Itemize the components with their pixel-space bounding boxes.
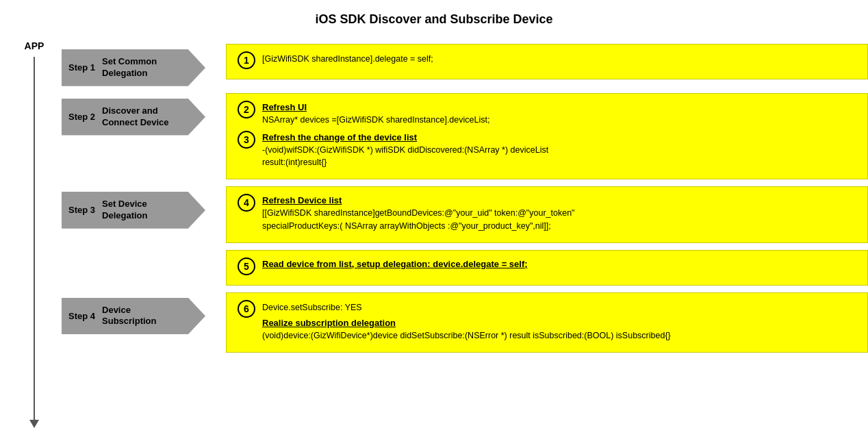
step-1-label: Set CommonDelegation: [102, 56, 157, 79]
step-2-shape: Step 2 Discover andConnect Device: [62, 99, 205, 136]
step-3-shape: Step 3 Set DeviceDelegation: [62, 192, 205, 229]
box-4: 5 Read device from list, setup delegatio…: [219, 250, 868, 286]
item-4-text: Refresh Device list [[GizWifiSDK sharedI…: [262, 194, 856, 233]
item-1: 1 [GizWifiSDK sharedInstance].delegate =…: [238, 51, 856, 69]
step-4-num: Step 4: [68, 311, 95, 321]
item-3-code: -(void)wifSDK:(GizWifiSDK *) wifiSDK did…: [262, 144, 856, 170]
item-4-title: Refresh Device list: [262, 195, 856, 205]
step-3-num: Step 3: [68, 205, 95, 215]
content-box-2: 2 Refresh UI NSArray* devices =[GizWifiS…: [226, 93, 868, 179]
item-2-text: Refresh UI NSArray* devices =[GizWifiSDK…: [262, 101, 856, 127]
item-5-title: Read device from list, setup delegation:…: [262, 259, 856, 269]
row-1: Step 1 Set CommonDelegation 1 [GizWifiSD…: [62, 44, 868, 86]
circle-4: 4: [238, 194, 255, 212]
circle-2: 2: [238, 101, 255, 118]
step-4-container: Step 4 DeviceSubscription: [62, 292, 219, 335]
row-5: Step 4 DeviceSubscription 6 Device.setSu…: [62, 292, 868, 353]
row-2: Step 2 Discover andConnect Device 2 Refr…: [62, 93, 868, 179]
item-3: 3 Refresh the change of the device list …: [238, 131, 856, 170]
timeline-column: APP: [14, 40, 55, 428]
item-2-title: Refresh UI: [262, 102, 856, 112]
item-5: 5 Read device from list, setup delegatio…: [238, 257, 856, 275]
item-6-subtitle-container: Realize subscription delegation (void)de…: [262, 318, 856, 342]
item-3-text: Refresh the change of the device list -(…: [262, 131, 856, 170]
item-3-title: Refresh the change of the device list: [262, 132, 856, 142]
item-5-text: Read device from list, setup delegation:…: [262, 257, 856, 270]
app-label: APP: [25, 40, 44, 51]
row-3: Step 3 Set DeviceDelegation 4 Refresh De…: [62, 186, 868, 243]
step-4-spacer: [62, 250, 219, 255]
page-title: iOS SDK Discover and Subscribe Device: [0, 0, 868, 34]
step-2-num: Step 2: [68, 112, 95, 122]
item-1-text: [GizWifiSDK sharedInstance].delegate = s…: [262, 51, 856, 66]
item-2-code: NSArray* devices =[GizWifiSDK sharedInst…: [262, 114, 856, 127]
timeline-arrow: [29, 420, 39, 428]
item-6-subtitle: Realize subscription delegation: [262, 318, 856, 328]
box-3: 4 Refresh Device list [[GizWifiSDK share…: [219, 186, 868, 243]
timeline-line: [34, 57, 35, 420]
row-4: 5 Read device from list, setup delegatio…: [62, 250, 868, 286]
step-1-shape: Step 1 Set CommonDelegation: [62, 49, 205, 86]
item-6-code-before: Device.setSubscribe: YES: [262, 301, 856, 314]
step-1-container: Step 1 Set CommonDelegation: [62, 44, 219, 86]
box-2: 2 Refresh UI NSArray* devices =[GizWifiS…: [219, 93, 868, 179]
content-box-3: 4 Refresh Device list [[GizWifiSDK share…: [226, 186, 868, 243]
step-4-label: DeviceSubscription: [102, 305, 156, 328]
content-box-5: 6 Device.setSubscribe: YES Realize subsc…: [226, 292, 868, 353]
item-1-code: [GizWifiSDK sharedInstance].delegate = s…: [262, 53, 856, 66]
step-2-label: Discover andConnect Device: [102, 105, 169, 129]
step-2-container: Step 2 Discover andConnect Device: [62, 93, 219, 136]
item-6-code: (void)device:(GizWifiDevice*)device didS…: [262, 329, 856, 342]
item-2: 2 Refresh UI NSArray* devices =[GizWifiS…: [238, 101, 856, 127]
box-5: 6 Device.setSubscribe: YES Realize subsc…: [219, 292, 868, 353]
item-6-text: Device.setSubscribe: YES Realize subscri…: [262, 300, 856, 343]
circle-3: 3: [238, 131, 255, 149]
item-6: 6 Device.setSubscribe: YES Realize subsc…: [238, 300, 856, 343]
content-box-4: 5 Read device from list, setup delegatio…: [226, 250, 868, 286]
step-1-num: Step 1: [68, 62, 95, 73]
circle-1: 1: [238, 51, 255, 69]
content-box-1: 1 [GizWifiSDK sharedInstance].delegate =…: [226, 44, 868, 79]
step-4-shape: Step 4 DeviceSubscription: [62, 298, 205, 335]
step-3-container: Step 3 Set DeviceDelegation: [62, 186, 219, 229]
box-1: 1 [GizWifiSDK sharedInstance].delegate =…: [219, 44, 868, 79]
item-4-code: [[GizWifiSDK sharedInstance]getBoundDevi…: [262, 207, 856, 233]
circle-5: 5: [238, 257, 255, 275]
circle-6: 6: [238, 300, 255, 318]
step-3-label: Set DeviceDelegation: [102, 199, 147, 222]
item-4: 4 Refresh Device list [[GizWifiSDK share…: [238, 194, 856, 233]
